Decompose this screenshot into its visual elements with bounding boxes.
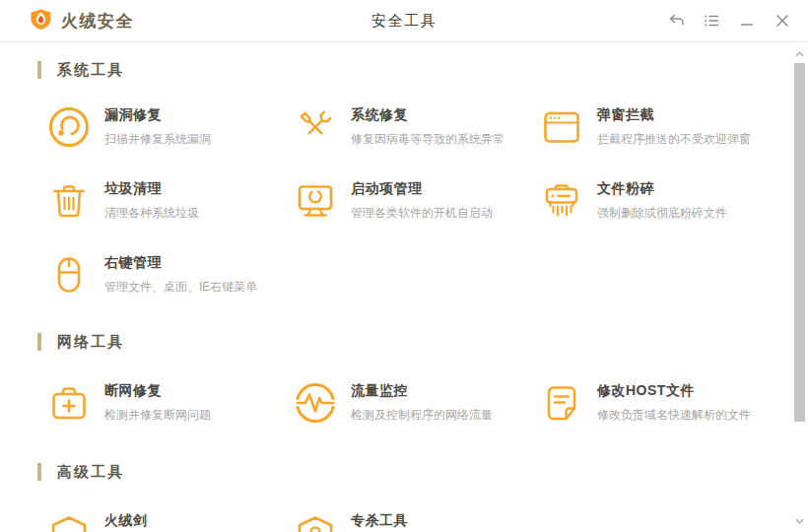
tool-desc: 强制删除或彻底粉碎文件 bbox=[597, 205, 727, 222]
tool-desc: 管理各类软件的开机自启动 bbox=[351, 205, 493, 222]
section-accent-bar bbox=[37, 463, 41, 481]
tool-title: 修改HOST文件 bbox=[597, 382, 751, 400]
tool-item-system-repair[interactable]: 系统修复 修复因病毒等导致的系统异常 bbox=[294, 105, 540, 149]
tool-item-junk-clean[interactable]: 垃圾清理 清理各种系统垃圾 bbox=[47, 179, 294, 223]
tool-title: 启动项管理 bbox=[351, 180, 493, 198]
scroll-down-icon[interactable] bbox=[791, 514, 808, 528]
section-accent-bar bbox=[37, 333, 41, 351]
menu-list-icon[interactable] bbox=[702, 11, 721, 31]
wrench-screwdriver-icon bbox=[294, 105, 337, 149]
first-aid-kit-icon bbox=[47, 381, 91, 425]
tool-title: 弹窗拦截 bbox=[597, 106, 751, 124]
tool-desc: 修复因病毒等导致的系统异常 bbox=[351, 131, 505, 148]
app-name: 火绒安全 bbox=[61, 10, 134, 33]
section-advanced-tools: 高级工具 火绒剑 bbox=[37, 462, 808, 532]
tool-title: 右键管理 bbox=[104, 254, 257, 272]
tool-title: 专杀工具 bbox=[351, 512, 408, 530]
tool-item-vulnerability-fix[interactable]: 漏洞修复 扫描并修复系统漏洞 bbox=[47, 105, 294, 149]
trash-icon bbox=[47, 179, 91, 223]
tool-title: 漏洞修复 bbox=[104, 106, 211, 124]
section-header: 网络工具 bbox=[37, 332, 808, 352]
close-icon[interactable] bbox=[773, 11, 792, 31]
document-icon bbox=[540, 381, 583, 425]
shield-target-icon bbox=[294, 511, 337, 532]
scrollbar[interactable] bbox=[791, 43, 808, 532]
tool-item-host-file[interactable]: 修改HOST文件 修改负责域名快速解析的文件 bbox=[540, 381, 786, 425]
tool-item-startup-manager[interactable]: 启动项管理 管理各类软件的开机自启动 bbox=[294, 179, 540, 223]
tool-desc: 扫描并修复系统漏洞 bbox=[104, 131, 211, 148]
section-network-tools: 网络工具 断网修复 检测并修复断网问题 bbox=[37, 332, 808, 425]
tool-item-huorong-sword[interactable]: 火绒剑 bbox=[47, 511, 294, 532]
section-header: 高级工具 bbox=[37, 462, 808, 482]
tool-desc: 检测并修复断网问题 bbox=[104, 407, 211, 424]
tool-title: 垃圾清理 bbox=[104, 180, 199, 198]
tool-item-popup-block[interactable]: 弹窗拦截 拦截程序推送的不受欢迎弹窗 bbox=[540, 105, 786, 149]
monitor-icon bbox=[294, 179, 337, 223]
tool-item-network-repair[interactable]: 断网修复 检测并修复断网问题 bbox=[47, 381, 294, 425]
section-title: 系统工具 bbox=[57, 61, 124, 80]
mouse-icon bbox=[47, 253, 91, 297]
popup-window-icon bbox=[540, 105, 583, 149]
tool-title: 断网修复 bbox=[104, 382, 211, 400]
tool-title: 火绒剑 bbox=[104, 512, 148, 530]
patch-circle-icon bbox=[47, 105, 91, 149]
tool-item-special-kill-tools[interactable]: 专杀工具 bbox=[294, 511, 540, 532]
tool-desc: 修改负责域名快速解析的文件 bbox=[597, 407, 751, 424]
section-system-tools: 系统工具 漏洞修复 扫描并修复系统漏洞 bbox=[37, 60, 808, 297]
scroll-up-icon[interactable] bbox=[791, 47, 808, 61]
tool-desc: 清理各种系统垃圾 bbox=[104, 205, 199, 222]
tool-desc: 检测及控制程序的网络流量 bbox=[351, 407, 493, 424]
huorong-logo-icon bbox=[30, 8, 52, 34]
tool-desc: 管理文件、桌面、IE右键菜单 bbox=[104, 279, 257, 296]
shredder-icon bbox=[540, 179, 583, 223]
pulse-circle-icon bbox=[294, 381, 337, 425]
scrollbar-thumb[interactable] bbox=[794, 63, 805, 422]
section-title: 网络工具 bbox=[57, 333, 124, 352]
shield-sword-icon bbox=[47, 511, 91, 532]
back-icon[interactable] bbox=[666, 11, 686, 31]
app-brand: 火绒安全 bbox=[30, 8, 134, 34]
tool-item-context-menu-manager[interactable]: 右键管理 管理文件、桌面、IE右键菜单 bbox=[47, 253, 294, 297]
tool-title: 流量监控 bbox=[351, 382, 493, 400]
tool-item-traffic-monitor[interactable]: 流量监控 检测及控制程序的网络流量 bbox=[294, 381, 540, 425]
titlebar: 火绒安全 安全工具 bbox=[0, 0, 808, 42]
tool-desc: 拦截程序推送的不受欢迎弹窗 bbox=[597, 131, 751, 148]
section-accent-bar bbox=[37, 61, 41, 79]
tool-item-file-shredder[interactable]: 文件粉碎 强制删除或彻底粉碎文件 bbox=[540, 179, 786, 223]
section-header: 系统工具 bbox=[37, 60, 808, 80]
section-title: 高级工具 bbox=[57, 463, 124, 482]
tool-title: 系统修复 bbox=[351, 106, 505, 124]
tool-title: 文件粉碎 bbox=[597, 180, 727, 198]
tools-page: 系统工具 漏洞修复 扫描并修复系统漏洞 bbox=[0, 60, 808, 532]
minimize-icon[interactable] bbox=[737, 11, 757, 31]
